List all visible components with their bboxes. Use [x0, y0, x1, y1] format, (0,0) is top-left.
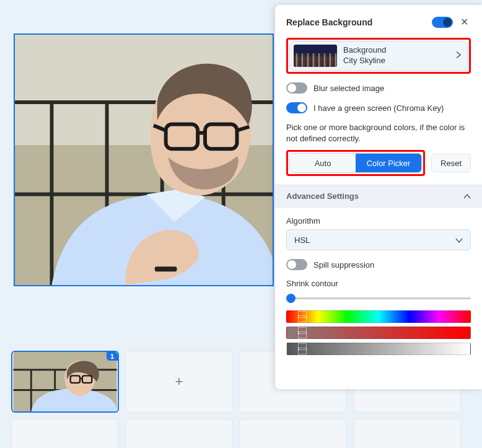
advanced-title: Advanced Settings	[286, 191, 359, 201]
thumbnail-empty[interactable]	[125, 419, 233, 448]
hint-text: Pick one or more background colors, if t…	[286, 122, 471, 144]
panel-title: Replace Background	[286, 17, 372, 27]
close-icon[interactable]: ✕	[458, 15, 471, 29]
algorithm-value: HSL	[294, 235, 310, 245]
algorithm-label: Algorithm	[286, 216, 471, 226]
highlight-seg: Auto Color Picker	[286, 150, 425, 176]
algorithm-select[interactable]: HSL	[286, 229, 471, 250]
thumbnail-add[interactable]: +	[125, 351, 233, 413]
shrink-slider[interactable]	[286, 292, 471, 304]
color-picker-button[interactable]: Color Picker	[356, 154, 421, 172]
chevron-up-icon	[463, 191, 471, 201]
thumbnail-empty[interactable]	[239, 419, 347, 448]
highlight-bg-card: Background City Skyline	[286, 38, 471, 74]
chroma-toggle[interactable]	[286, 102, 307, 113]
background-selector[interactable]: Background City Skyline	[289, 41, 468, 71]
advanced-settings-header[interactable]: Advanced Settings	[275, 185, 482, 208]
auto-button[interactable]: Auto	[290, 154, 356, 172]
thumbnail-empty[interactable]	[11, 419, 119, 448]
reset-button[interactable]: Reset	[431, 154, 471, 172]
thumbnail-1-illustration	[12, 352, 118, 411]
mode-segmented: Auto Color Picker	[289, 153, 422, 173]
lightness-bar[interactable]	[286, 343, 471, 355]
thumbnail-empty[interactable]	[353, 419, 461, 448]
chroma-label: I have a green screen (Chroma Key)	[313, 103, 444, 113]
background-thumbnail	[294, 45, 337, 67]
background-name: City Skyline	[343, 56, 386, 66]
chevron-right-icon	[456, 51, 461, 61]
svg-rect-14	[155, 266, 177, 271]
saturation-bar[interactable]	[286, 327, 471, 339]
blur-toggle[interactable]	[286, 82, 307, 94]
background-label: Background	[343, 45, 386, 56]
blur-label: Blur selected image	[313, 84, 384, 93]
spill-label: Spill suppression	[313, 260, 374, 270]
chevron-down-icon	[455, 235, 463, 245]
shrink-label: Shrink contour	[286, 279, 471, 288]
hue-bar[interactable]	[286, 310, 471, 323]
spill-toggle[interactable]	[286, 259, 307, 270]
feature-toggle[interactable]	[432, 17, 453, 28]
plus-icon: +	[175, 374, 183, 390]
replace-background-panel: Replace Background ✕ Background City Sky…	[275, 5, 482, 389]
thumbnail-1[interactable]: 1	[11, 351, 119, 413]
main-preview[interactable]	[14, 33, 274, 286]
preview-person-illustration	[15, 35, 273, 285]
thumbnail-badge: 1	[107, 352, 118, 361]
